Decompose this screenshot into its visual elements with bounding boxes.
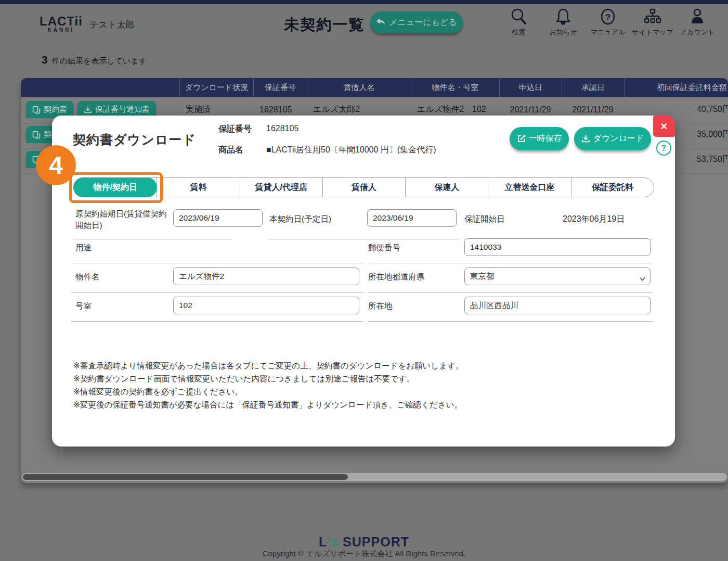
document-copy-icon (32, 106, 41, 114)
postal-code-input[interactable] (464, 238, 651, 256)
app-root: LACTii KANRI テスト太郎 未契約一覧 メニューにもどる 検索 お知ら… (0, 0, 728, 561)
note-line: ※契約書ダウンロード画面で情報変更いただいた内容につきましては別途ご報告は不要で… (73, 372, 464, 385)
cell-guarantee-number: 1628105 (253, 105, 307, 114)
modal-tab-bar: 物件/契約日 賃料 賃貸人/代理店 賃借人 保連人 立替送金口座 保証委託料 (73, 177, 654, 197)
tab-property-contract-date[interactable]: 物件/契約日 (73, 177, 157, 197)
product-name-value: ■LACTii居住用50〔年間10000 円〕(集金代行) (266, 145, 436, 156)
account-icon (688, 7, 706, 26)
top-accent-strip (0, 0, 728, 4)
temp-save-label: 一時保存 (529, 133, 562, 144)
results-text: 件の結果を表示しています (52, 56, 147, 65)
room-number-input[interactable] (173, 297, 359, 314)
modal-download-button[interactable]: ダウンロード (574, 127, 651, 150)
property-name-input[interactable] (173, 267, 359, 285)
tab-guarantee-fee[interactable]: 保証委託料 (571, 178, 654, 197)
results-summary: 3件の結果を表示しています (42, 54, 147, 66)
chevron-down-icon (640, 274, 645, 283)
cell-property-room: エルズ物件2 102 (411, 104, 499, 115)
copyright-text: Copyright © エルズサポート株式会社 All Rights Reser… (0, 549, 728, 559)
temp-save-button[interactable]: 一時保存 (510, 127, 569, 150)
cell-apply-date: 2021/11/29 (499, 105, 562, 114)
nav-account-label: アカウント (680, 28, 715, 37)
table-header-row: ダウンロード状況 保証番号 賃借人名 物件名・号室 申込日 承認日 初回保証委託… (21, 78, 728, 97)
cell-download-status: 実施済 (179, 104, 253, 115)
contract-date-label: 本契約日(予定日) (269, 214, 331, 225)
nav-sitemap-label: サイトマップ (632, 28, 673, 37)
address-input[interactable] (464, 297, 651, 314)
back-arrow-icon (376, 18, 385, 27)
property-name-label: 物件名 (75, 272, 100, 283)
close-button[interactable]: × (653, 116, 675, 137)
column-header-guarantee-number: 保証番号 (253, 78, 307, 97)
cell-tenant-name: エルズ太郎2 (307, 104, 411, 115)
download-icon (84, 106, 92, 114)
footer-logo-l: L (319, 534, 327, 549)
nav-sitemap[interactable]: サイトマップ (630, 7, 675, 37)
nav-search[interactable]: 検索 (496, 7, 541, 37)
original-contract-start-label: 原契約始期日(賃貸借契約開始日) (75, 208, 174, 231)
prefecture-label: 所在地都道府県 (368, 272, 425, 283)
scrollbar-thumb[interactable] (23, 474, 348, 480)
prefecture-select[interactable]: 東京都 (464, 267, 651, 285)
tab-guarantor-contact[interactable]: 保連人 (405, 178, 488, 197)
guarantee-start-value: 2023年06月19日 (563, 214, 625, 225)
cell-initial-fee: 40,750円 (624, 104, 728, 115)
room-number-label: 号室 (75, 301, 92, 312)
nav-manual-label: マニュアル (591, 28, 626, 37)
column-header-apply-date: 申込日 (499, 78, 562, 97)
horizontal-scrollbar[interactable] (22, 473, 727, 481)
tab-remittance-account[interactable]: 立替送金口座 (488, 178, 570, 197)
address-label: 所在地 (368, 301, 393, 312)
column-header-tenant-name: 賃借人名 (307, 78, 411, 97)
tab-landlord-agency[interactable]: 賃貸人/代理店 (240, 178, 322, 197)
question-circle-icon: ? (599, 7, 617, 26)
bell-icon (554, 7, 572, 26)
nav-manual[interactable]: ? マニュアル (586, 7, 630, 37)
postal-code-label: 郵便番号 (368, 243, 400, 253)
notice-button-label: 保証番号通知書 (95, 105, 150, 114)
document-copy-icon (32, 131, 41, 139)
modal-notes: ※審査承認時より情報変更があった場合は各タブにてご変更の上、契約書のダウンロード… (73, 359, 464, 411)
guarantee-start-label: 保証開始日 (464, 214, 505, 225)
prefecture-select-value: 東京都 (470, 271, 495, 282)
note-line: ※変更後の保証番号通知書が必要な場合には「保証番号通知書」よりダウンロード頂き、… (73, 398, 464, 411)
annotation-step-badge: 4 (36, 145, 76, 185)
guarantee-number-value: 1628105 (266, 124, 298, 133)
download-icon (581, 134, 590, 143)
footer-logo-accent: 's (327, 534, 339, 549)
tab-tenant[interactable]: 賃借人 (322, 178, 405, 197)
original-contract-start-input[interactable] (173, 209, 263, 227)
column-header-property-room: 物件名・号室 (411, 78, 499, 97)
usage-label: 用途 (75, 243, 92, 253)
product-name-label: 商品名 (218, 145, 243, 156)
modal-title: 契約書ダウンロード (73, 131, 196, 148)
note-line: ※情報変更後の契約書を必ずご提出ください。 (73, 385, 464, 398)
contract-download-modal: 契約書ダウンロード 保証番号 1628105 商品名 ■LACTii居住用50〔… (52, 116, 675, 447)
note-line: ※審査承認時より情報変更があった場合は各タブにてご変更の上、契約書のダウンロード… (73, 359, 464, 372)
contract-button-label: 契約書 (44, 105, 67, 114)
search-icon (510, 7, 527, 26)
results-count: 3 (42, 54, 48, 66)
nav-account[interactable]: アカウント (675, 7, 720, 37)
cell-approve-date: 2021/11/29 (562, 105, 624, 114)
page-footer: L's SUPPORT Copyright © エルズサポート株式会社 All … (0, 535, 728, 559)
svg-text:?: ? (605, 12, 610, 22)
contract-date-input[interactable] (367, 209, 457, 227)
tab-rent[interactable]: 賃料 (157, 178, 239, 197)
back-to-menu-button[interactable]: メニューにもどる (370, 11, 463, 33)
help-icon[interactable]: ? (656, 141, 671, 156)
column-header-download-status: ダウンロード状況 (179, 78, 253, 97)
guarantee-number-label: 保証番号 (218, 124, 252, 135)
footer-logo-rest: SUPPORT (339, 534, 409, 549)
nav-notifications[interactable]: お知らせ (541, 7, 586, 37)
column-header-actions (21, 78, 179, 97)
footer-logo: L's SUPPORT (0, 535, 728, 549)
nav-notifications-label: お知らせ (550, 28, 577, 37)
edit-icon (517, 134, 526, 143)
global-nav: 検索 お知らせ ? マニュアル サイトマップ アカウント (496, 7, 720, 37)
modal-download-label: ダウンロード (593, 133, 644, 144)
sitemap-icon (644, 7, 661, 26)
nav-search-label: 検索 (512, 28, 525, 37)
column-header-approve-date: 承認日 (562, 78, 624, 97)
column-header-initial-fee: 初回保証委託料金額 (624, 78, 728, 97)
